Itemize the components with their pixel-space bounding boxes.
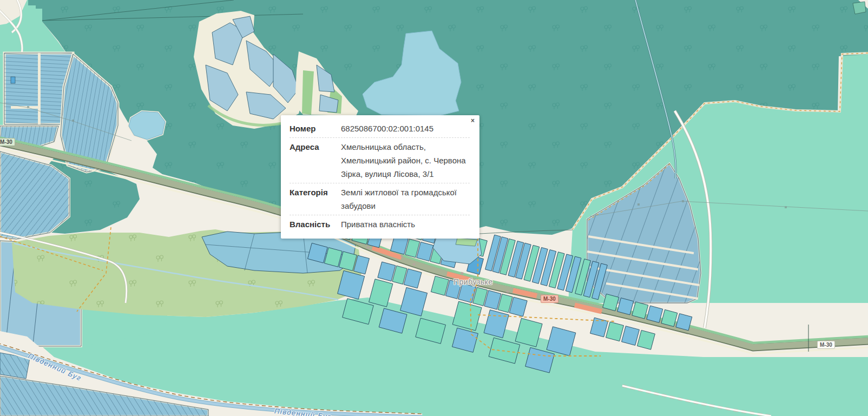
popup-label-address: Адреса xyxy=(290,140,341,181)
popup-label-ownership: Власність xyxy=(290,217,341,231)
popup-row-number: Номер 6825086700:02:001:0145 xyxy=(290,120,470,138)
popup-row-ownership: Власність Приватна власність xyxy=(290,215,470,233)
popup-label-number: Номер xyxy=(290,122,341,135)
popup-label-category: Категорія xyxy=(290,186,341,213)
popup-value-category: Землі житлової та громадської забудови xyxy=(341,186,470,213)
popup-value-address: Хмельницька область, Хмельницький район,… xyxy=(341,140,470,181)
popup-value-ownership: Приватна власність xyxy=(341,217,470,231)
popup-value-number: 6825086700:02:001:0145 xyxy=(341,122,470,135)
parcel-info-popup: × Номер 6825086700:02:001:0145 Адреса Хм… xyxy=(281,115,479,239)
popup-row-address: Адреса Хмельницька область, Хмельницький… xyxy=(290,138,470,183)
small-pond xyxy=(129,111,165,140)
popup-row-category: Категорія Землі житлової та громадської … xyxy=(290,183,470,215)
cadastral-map-screen: М-30 М-30 М-30 Прибузьке Південний Буг П… xyxy=(0,0,868,416)
popup-close-button[interactable]: × xyxy=(471,117,475,124)
